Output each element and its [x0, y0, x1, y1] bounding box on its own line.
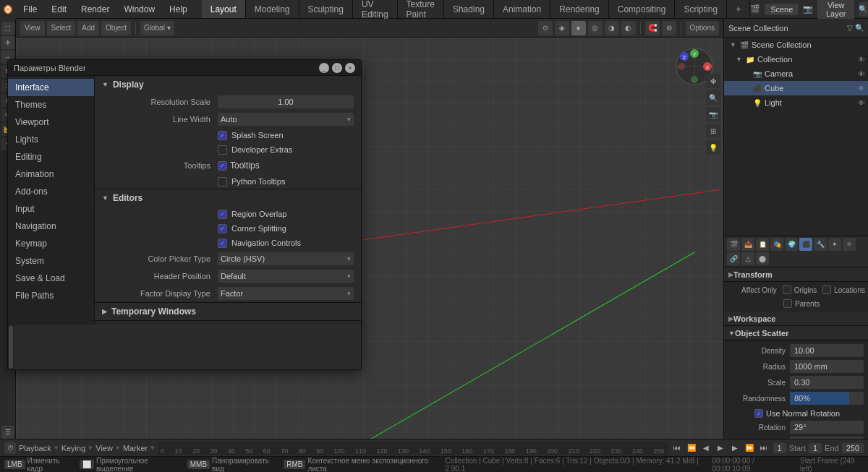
- rendered-icon[interactable]: ◐: [621, 21, 636, 35]
- toolbar-menu-icon[interactable]: ☰: [1, 426, 14, 439]
- prop-constraints-icon[interactable]: 🔗: [727, 252, 740, 265]
- grid-icon[interactable]: ⊞: [706, 124, 720, 138]
- view-menu-btn[interactable]: View: [20, 21, 45, 35]
- tab-shading[interactable]: Shading: [444, 0, 494, 18]
- tab-layout[interactable]: Layout: [202, 0, 246, 18]
- density-value[interactable]: 10.00: [790, 344, 864, 357]
- pref-nav-themes[interactable]: Themes: [8, 96, 94, 113]
- tooltips-cb[interactable]: ✓: [218, 161, 227, 171]
- pref-nav-animation[interactable]: Animation: [8, 166, 94, 183]
- scale-value[interactable]: 0.30: [790, 376, 864, 389]
- header-position-select[interactable]: Default ▾: [218, 270, 354, 283]
- color-picker-select[interactable]: Circle (HSV) ▾: [218, 252, 354, 265]
- next-keyframe-btn[interactable]: ⏩: [743, 442, 756, 455]
- outliner-collection[interactable]: ▼ 📁 Collection 👁: [724, 52, 868, 66]
- splash-screen-cb[interactable]: ✓: [218, 131, 227, 140]
- pref-nav-save-load[interactable]: Save & Load: [8, 270, 94, 287]
- solid-shading-icon[interactable]: ●: [571, 21, 586, 35]
- prop-particles-icon[interactable]: ✦: [828, 238, 841, 251]
- region-overlap-cb[interactable]: ✓: [218, 210, 227, 219]
- select-menu-btn[interactable]: Select: [47, 21, 76, 35]
- eye-icon-cube[interactable]: 👁: [858, 85, 865, 93]
- editors-section-header[interactable]: ▼ Editors: [95, 189, 361, 207]
- pref-nav-input[interactable]: Input: [8, 200, 94, 218]
- tab-add[interactable]: +: [727, 0, 750, 18]
- prop-scene-icon[interactable]: 🎭: [770, 238, 783, 251]
- prop-physics-icon[interactable]: ⚛: [843, 238, 856, 251]
- rotation-value[interactable]: 29°: [790, 421, 864, 434]
- outliner-scene-collection[interactable]: ▼ 🎬 Scene Collection: [724, 38, 868, 52]
- prop-object-icon[interactable]: ⬛: [799, 238, 812, 251]
- prop-material-icon[interactable]: ⬤: [756, 252, 769, 265]
- menu-window[interactable]: Window: [116, 0, 162, 18]
- pref-nav-navigation[interactable]: Navigation: [8, 218, 94, 235]
- jump-end-btn[interactable]: ⏭: [757, 442, 770, 455]
- options-btn[interactable]: Options: [686, 21, 719, 35]
- line-width-select[interactable]: Auto ▾: [218, 113, 354, 126]
- pref-nav-interface[interactable]: Interface: [8, 79, 94, 96]
- search-button[interactable]: 🔍: [859, 2, 868, 17]
- timeline-icon[interactable]: ⏱: [4, 442, 16, 454]
- nav-controls-cb[interactable]: ✓: [218, 239, 227, 248]
- xray-icon[interactable]: ◈: [555, 21, 569, 35]
- tab-rendering[interactable]: Rendering: [550, 0, 608, 18]
- eye-icon-camera[interactable]: 👁: [858, 70, 865, 78]
- outliner-cube[interactable]: ⬛ Cube 👁: [724, 81, 868, 95]
- use-normal-rotation-cb[interactable]: ✓: [754, 409, 763, 418]
- dialog-close-btn[interactable]: ×: [345, 63, 355, 73]
- global-local-btn[interactable]: Global ▾: [140, 21, 174, 35]
- python-tooltips-cb[interactable]: ✓: [218, 177, 227, 186]
- dialog-maximize-btn[interactable]: □: [332, 63, 342, 73]
- play-btn[interactable]: ▶: [714, 442, 727, 455]
- tab-modeling[interactable]: Modeling: [246, 0, 299, 18]
- outliner-camera[interactable]: 📷 Camera 👁: [724, 66, 868, 81]
- timeline-ruler[interactable]: 0 10 20 30 40 50 60 70 80 90 100 110 120…: [158, 442, 667, 455]
- viewport-overlay-icon[interactable]: ⊙: [538, 21, 553, 35]
- tab-uv-editing[interactable]: UV Editing: [353, 0, 398, 18]
- status-bar-header[interactable]: ▶ Status Bar: [95, 321, 361, 325]
- move-viewport-icon[interactable]: ✤: [706, 74, 720, 88]
- transform-section-header[interactable]: ▶ Transform: [724, 267, 868, 282]
- add-menu-btn[interactable]: Add: [77, 21, 99, 35]
- pref-nav-addons[interactable]: Add-ons: [8, 183, 94, 200]
- lamp-icon[interactable]: 💡: [706, 140, 720, 155]
- pref-nav-file-paths[interactable]: File Paths: [8, 287, 94, 304]
- randomness-value[interactable]: 80%: [790, 392, 864, 405]
- view-layer-selector[interactable]: View Layer: [817, 0, 854, 20]
- pref-nav-editing[interactable]: Editing: [8, 148, 94, 166]
- zoom-icon[interactable]: 🔍: [706, 90, 720, 105]
- toolbar-select-icon[interactable]: ⬚: [1, 22, 14, 35]
- scene-selector[interactable]: Scene: [765, 4, 799, 15]
- locations-cb[interactable]: ✓: [822, 286, 831, 294]
- prop-data-icon[interactable]: △: [741, 252, 754, 265]
- parents-cb[interactable]: ✓: [783, 299, 792, 308]
- start-frame[interactable]: 1: [809, 443, 822, 453]
- jump-start-btn[interactable]: ⏮: [671, 442, 684, 455]
- workspace-section-header[interactable]: ▶ Workspace: [724, 312, 868, 326]
- view-menu[interactable]: View: [95, 444, 113, 452]
- pref-nav-keymap[interactable]: Keymap: [8, 235, 94, 252]
- eye-icon-collection[interactable]: 👁: [858, 56, 865, 64]
- prop-view-layer-icon[interactable]: 📋: [756, 238, 769, 251]
- radius-value[interactable]: 1000 mm: [790, 360, 864, 373]
- current-frame[interactable]: 1: [773, 443, 786, 453]
- prop-world-icon[interactable]: 🌍: [785, 238, 798, 251]
- object-menu-btn[interactable]: Object: [101, 21, 131, 35]
- wireframe-icon[interactable]: ◎: [588, 21, 603, 35]
- playback-menu[interactable]: Playback: [19, 444, 51, 452]
- pref-nav-system[interactable]: System: [8, 252, 94, 270]
- pref-nav-viewport[interactable]: Viewport: [8, 113, 94, 131]
- prev-keyframe-btn[interactable]: ⏪: [685, 442, 698, 455]
- pref-nav-lights[interactable]: Lights: [8, 131, 94, 148]
- material-preview-icon[interactable]: ◑: [605, 21, 619, 35]
- outliner-search-icon[interactable]: 🔍: [855, 24, 864, 32]
- dialog-scrollbar[interactable]: [8, 325, 14, 369]
- keying-menu[interactable]: Keying: [61, 444, 86, 452]
- outliner-filter-icon[interactable]: ▽: [847, 24, 853, 32]
- tab-animation[interactable]: Animation: [494, 0, 550, 18]
- marker-menu[interactable]: Marker: [123, 444, 148, 452]
- eye-icon-light[interactable]: 👁: [858, 99, 865, 107]
- menu-edit[interactable]: Edit: [44, 0, 74, 18]
- tab-compositing[interactable]: Compositing: [609, 0, 676, 18]
- temp-windows-header[interactable]: ▶ Temporary Windows: [95, 303, 361, 320]
